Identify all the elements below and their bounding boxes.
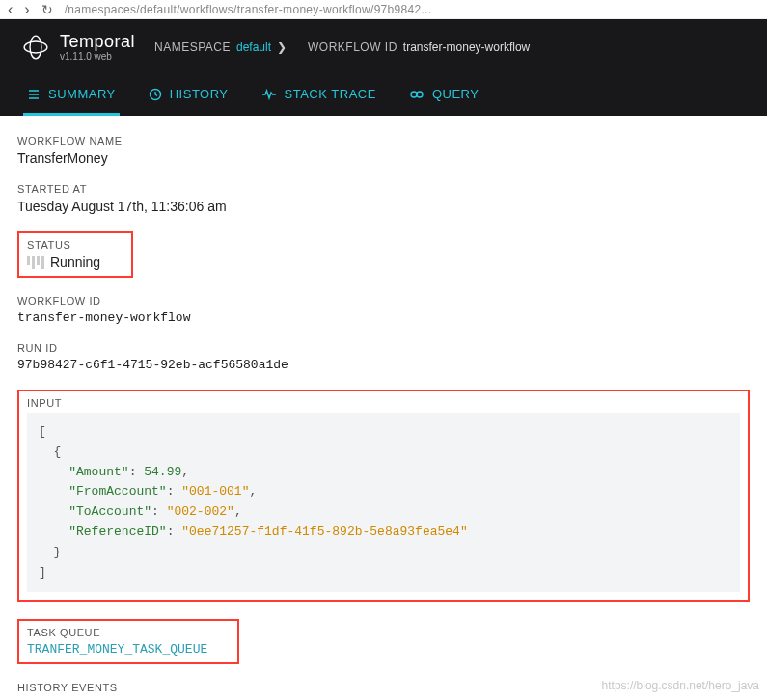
svg-point-7 [417,92,423,97]
summary-content: WORKFLOW NAME TransferMoney STARTED AT T… [0,116,767,700]
svg-point-1 [30,36,41,59]
tab-bar: SUMMARY HISTORY STACK TRACE QUERY [19,77,748,116]
app-header: Temporal v1.11.0 web NAMESPACE default ❯… [0,19,767,116]
logo[interactable]: Temporal v1.11.0 web [19,31,135,64]
workflow-name-value: TransferMoney [17,150,750,166]
workflow-id-label: WORKFLOW ID [17,295,750,307]
url-text: /namespaces/default/workflows/transfer-m… [65,3,432,16]
workflow-id-section: WORKFLOW ID transfer-money-workflow [17,295,750,325]
run-id-label: RUN ID [17,342,750,354]
input-json-block: [ { "Amount": 54.99, "FromAccount": "001… [27,413,740,592]
breadcrumb-workflowid-value: transfer-money-workflow [403,40,530,54]
tab-stack-trace-label: STACK TRACE [285,87,376,101]
brand-name: Temporal [60,33,135,52]
breadcrumb: NAMESPACE default ❯ WORKFLOW ID transfer… [154,40,530,54]
breadcrumb-namespace-link[interactable]: default [236,40,271,54]
status-label: STATUS [27,239,123,251]
nav-forward-icon[interactable]: › [24,1,29,18]
tab-stack-trace[interactable]: STACK TRACE [258,77,380,116]
tab-query[interactable]: QUERY [405,77,483,116]
started-at-value: Tuesday August 17th, 11:36:06 am [17,199,750,214]
tab-query-label: QUERY [432,87,479,101]
brand-version: v1.11.0 web [60,51,135,62]
status-value: Running [50,255,100,270]
temporal-logo-icon [19,31,52,64]
history-events-label: HISTORY EVENTS [17,682,750,693]
task-queue-label: TASK QUEUE [27,627,230,638]
run-id-value: 97b98427-c6f1-4715-92eb-acf56580a1de [17,358,750,372]
svg-point-6 [411,92,417,97]
spinner-icon [27,256,44,269]
link-icon [409,88,425,101]
chevron-right-icon: ❯ [277,40,287,54]
workflow-name-section: WORKFLOW NAME TransferMoney [17,135,750,166]
input-section: INPUT [ { "Amount": 54.99, "FromAccount"… [17,390,750,602]
tab-history[interactable]: HISTORY [145,77,233,116]
pulse-icon [261,88,277,101]
tab-summary-label: SUMMARY [48,87,116,101]
breadcrumb-namespace-label: NAMESPACE [154,40,231,54]
started-at-label: STARTED AT [17,183,750,195]
browser-address-bar: ‹ › ↻ /namespaces/default/workflows/tran… [0,0,767,19]
tab-history-label: HISTORY [170,87,229,101]
list-icon [27,88,41,101]
history-events-section: HISTORY EVENTS 2 [17,682,750,700]
nav-back-icon[interactable]: ‹ [8,1,13,18]
tab-summary[interactable]: SUMMARY [23,77,120,116]
refresh-icon[interactable]: ↻ [41,2,53,17]
breadcrumb-workflowid-label: WORKFLOW ID [308,40,397,54]
task-queue-section: TASK QUEUE TRANFER_MONEY_TASK_QUEUE [17,619,750,664]
svg-point-0 [24,41,47,53]
run-id-section: RUN ID 97b98427-c6f1-4715-92eb-acf56580a… [17,342,750,372]
task-queue-link[interactable]: TRANFER_MONEY_TASK_QUEUE [27,642,230,657]
started-at-section: STARTED AT Tuesday August 17th, 11:36:06… [17,183,750,214]
status-section: STATUS Running [17,231,750,278]
clock-icon [149,88,162,101]
workflow-id-value: transfer-money-workflow [17,310,750,325]
workflow-name-label: WORKFLOW NAME [17,135,750,147]
input-label: INPUT [27,397,740,409]
